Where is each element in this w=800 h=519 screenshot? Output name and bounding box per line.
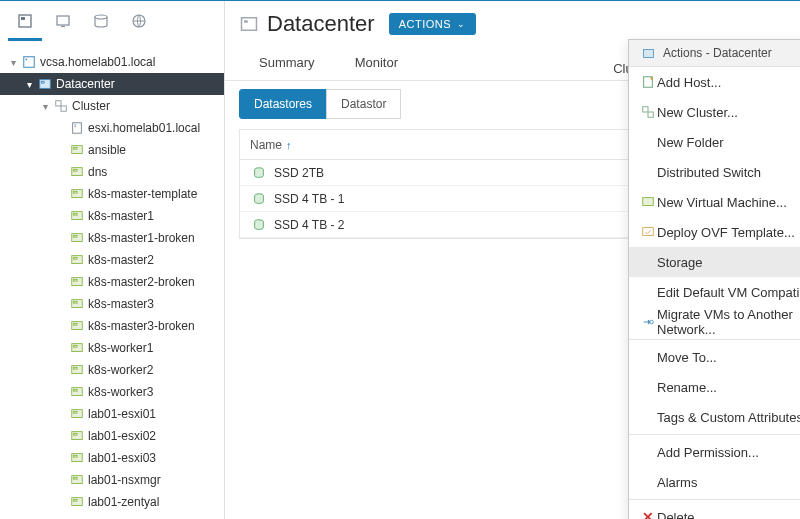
menu-separator: [629, 434, 800, 435]
chevron-down-icon: ▾: [6, 57, 20, 68]
svg-rect-60: [643, 198, 654, 206]
sort-asc-icon: ↑: [286, 139, 292, 151]
tree-cluster[interactable]: ▾ Cluster: [0, 95, 224, 117]
menu-item-rename[interactable]: Rename...: [629, 372, 800, 402]
tree-vm[interactable]: k8s-master3: [0, 293, 224, 315]
menu-separator: [629, 339, 800, 340]
tree-vm[interactable]: lab01-nsxmgr: [0, 469, 224, 491]
menu-item-new-folder[interactable]: New Folder▶: [629, 127, 800, 157]
vcenter-icon: [20, 55, 38, 69]
menu-item-delete[interactable]: ✕Delete: [629, 502, 800, 519]
vm-icon: [68, 297, 86, 311]
datastore-icon: [250, 218, 268, 232]
tree-vm[interactable]: k8s-master1-broken: [0, 227, 224, 249]
host-icon: [68, 121, 86, 135]
tree-vm[interactable]: lab01-esxi03: [0, 447, 224, 469]
tree-vm[interactable]: lab01-esxi01: [0, 403, 224, 425]
chevron-down-icon: ▾: [22, 79, 36, 90]
menu-item-move-to[interactable]: Move To...: [629, 342, 800, 372]
svg-rect-46: [74, 477, 78, 479]
menu-item-deploy-ovf-template[interactable]: Deploy OVF Template...: [629, 217, 800, 247]
storage-view-icon[interactable]: [82, 7, 120, 35]
tree-vm[interactable]: k8s-worker3: [0, 381, 224, 403]
tab-summary[interactable]: Summary: [239, 47, 335, 80]
subtab-datastores[interactable]: Datastores: [239, 89, 327, 119]
svg-rect-28: [74, 279, 78, 281]
tree-vm[interactable]: k8s-master2-broken: [0, 271, 224, 293]
svg-rect-12: [73, 123, 82, 134]
vm-icon: [68, 187, 86, 201]
svg-rect-36: [74, 367, 78, 369]
col-name[interactable]: Name ↑: [240, 138, 302, 152]
vm-icon: [68, 165, 86, 179]
tree-vm[interactable]: k8s-worker2: [0, 359, 224, 381]
delete-icon: ✕: [642, 509, 654, 519]
menu-item-alarms[interactable]: Alarms▶: [629, 467, 800, 497]
svg-rect-1: [21, 17, 25, 20]
tree-vm[interactable]: dns: [0, 161, 224, 183]
menu-item-add-permission[interactable]: Add Permission...: [629, 437, 800, 467]
tree-vm[interactable]: k8s-master1: [0, 205, 224, 227]
svg-point-62: [650, 320, 654, 324]
vm-icon: [68, 143, 86, 157]
hosts-view-icon[interactable]: [6, 7, 44, 35]
svg-rect-59: [648, 112, 653, 117]
menu-item-tags-custom-attributes[interactable]: Tags & Custom Attributes▶: [629, 402, 800, 432]
menu-item-icon: [639, 105, 657, 119]
vms-view-icon[interactable]: [44, 7, 82, 35]
tree-vm[interactable]: k8s-master-template: [0, 183, 224, 205]
vm-icon: [68, 495, 86, 509]
svg-point-7: [26, 59, 28, 61]
menu-item-icon: ✕: [639, 509, 657, 519]
tree-vm[interactable]: ansible: [0, 139, 224, 161]
vm-icon: [68, 451, 86, 465]
tree-root[interactable]: ▾ vcsa.homelab01.local: [0, 51, 224, 73]
tree-vm[interactable]: lab01-esxi02: [0, 425, 224, 447]
svg-rect-24: [74, 235, 78, 237]
svg-rect-32: [74, 323, 78, 325]
vm-icon: [68, 407, 86, 421]
menu-header: Actions - Datacenter: [629, 40, 800, 67]
actions-button[interactable]: ACTIONS ⌄: [389, 13, 476, 35]
tree-vm[interactable]: k8s-master3-broken: [0, 315, 224, 337]
svg-rect-11: [61, 106, 66, 111]
menu-item-new-virtual-machine[interactable]: New Virtual Machine...: [629, 187, 800, 217]
vm-icon: [68, 231, 86, 245]
datacenter-icon: [239, 14, 259, 34]
menu-item-migrate-vms-to-another-network[interactable]: Migrate VMs to Another Network...: [629, 307, 800, 337]
datacenter-icon: [639, 47, 657, 60]
svg-rect-48: [74, 499, 78, 501]
tab-monitor[interactable]: Monitor: [335, 47, 418, 80]
tree-datacenter[interactable]: ▾ Datacenter: [0, 73, 224, 95]
chevron-down-icon: ⌄: [457, 19, 466, 29]
vm-icon: [68, 429, 86, 443]
menu-item-edit-default-vm-compatibility[interactable]: Edit Default VM Compatibility...: [629, 277, 800, 307]
menu-item-icon: [639, 75, 657, 89]
tree-vm[interactable]: nakivo: [0, 513, 224, 519]
vm-icon: [68, 385, 86, 399]
menu-item-storage[interactable]: Storage▶: [629, 247, 800, 277]
svg-rect-18: [74, 169, 78, 171]
menu-item-new-cluster[interactable]: New Cluster...: [629, 97, 800, 127]
network-view-icon[interactable]: [120, 7, 158, 35]
vm-icon: [68, 341, 86, 355]
tree-host[interactable]: esxi.homelab01.local: [0, 117, 224, 139]
page-title: Datacenter: [267, 11, 375, 37]
subtab-datastore-clusters[interactable]: Datastor: [326, 89, 401, 119]
svg-rect-16: [74, 147, 78, 149]
menu-item-distributed-switch[interactable]: Distributed Switch▶: [629, 157, 800, 187]
chevron-down-icon: ▾: [38, 101, 52, 112]
vm-icon: [68, 363, 86, 377]
svg-rect-2: [57, 16, 69, 25]
inventory-sidebar: ▾ vcsa.homelab01.local ▾ Datacenter ▾ Cl…: [0, 1, 225, 519]
menu-item-icon: [639, 225, 657, 239]
menu-item-add-host[interactable]: Add Host...: [629, 67, 800, 97]
inventory-tree: ▾ vcsa.homelab01.local ▾ Datacenter ▾ Cl…: [0, 51, 224, 519]
tree-vm[interactable]: k8s-worker1: [0, 337, 224, 359]
tree-vm[interactable]: lab01-zentyal: [0, 491, 224, 513]
svg-rect-38: [74, 389, 78, 391]
tree-vm[interactable]: k8s-master2: [0, 249, 224, 271]
svg-rect-52: [244, 20, 248, 23]
svg-rect-40: [74, 411, 78, 413]
cluster-icon: [52, 99, 70, 113]
